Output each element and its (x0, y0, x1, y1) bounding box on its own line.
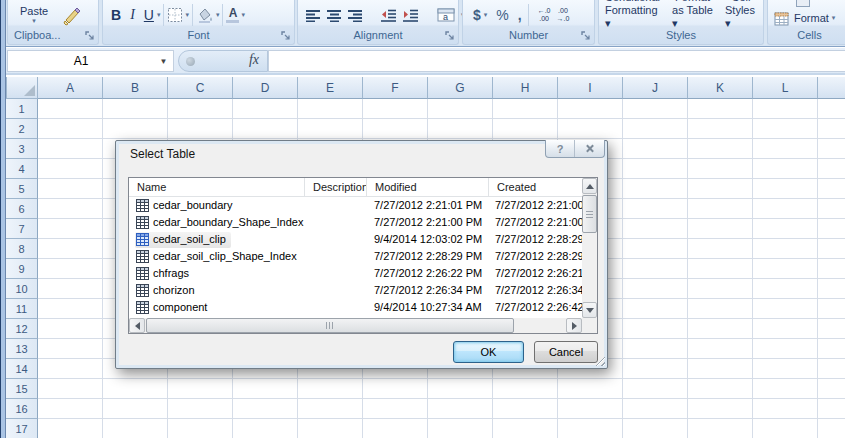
column-header-G[interactable]: G (428, 77, 493, 99)
table-list-item[interactable]: component9/4/2014 10:27:34 AM7/27/2012 2… (129, 299, 582, 316)
underline-dropdown-arrow[interactable]: ▾ (157, 11, 161, 19)
column-header-E[interactable]: E (298, 77, 363, 99)
list-column-header-name[interactable]: Name (129, 178, 305, 197)
font-dialog-launcher-icon[interactable] (281, 31, 291, 41)
scroll-left-button[interactable] (129, 318, 145, 333)
increase-indent-button[interactable] (403, 9, 419, 22)
column-header-A[interactable]: A (38, 77, 103, 99)
borders-dropdown-arrow[interactable]: ▾ (185, 11, 189, 19)
merge-center-button[interactable]: a (437, 8, 455, 22)
table-list-item[interactable]: cedar_soil_clip9/4/2014 12:03:02 PM7/27/… (129, 231, 582, 248)
column-header-L[interactable]: L (753, 77, 818, 99)
format-painter-button[interactable] (62, 4, 84, 26)
row-header-12[interactable]: 12 (6, 319, 38, 339)
row-header-1[interactable]: 1 (6, 99, 38, 119)
paste-button[interactable]: Paste ▾ (8, 5, 60, 25)
bold-button[interactable]: B (111, 7, 121, 23)
formula-input[interactable] (268, 50, 845, 72)
column-header-F[interactable]: F (363, 77, 428, 99)
font-color-dropdown-arrow[interactable]: ▾ (241, 11, 245, 19)
insert-function-icon[interactable]: fx (249, 52, 259, 68)
column-header-K[interactable]: K (688, 77, 753, 99)
ok-button[interactable]: OK (453, 341, 524, 363)
currency-dropdown-arrow[interactable]: ▾ (484, 11, 488, 19)
column-header-M[interactable]: M (818, 77, 845, 99)
table-name[interactable]: chfrags (135, 266, 194, 282)
table-list-item[interactable]: cedar_boundary7/27/2012 2:21:01 PM7/27/2… (129, 197, 582, 214)
table-name[interactable]: cedar_soil_clip_Shape_Index (135, 249, 302, 265)
row-header-11[interactable]: 11 (6, 299, 38, 319)
row-header-13[interactable]: 13 (6, 339, 38, 359)
table-list-item[interactable]: cedar_boundary_Shape_Index7/27/2012 2:21… (129, 214, 582, 231)
column-header-I[interactable]: I (558, 77, 623, 99)
row-header-2[interactable]: 2 (6, 119, 38, 139)
italic-button[interactable]: I (130, 7, 135, 23)
align-right-button[interactable] (348, 9, 363, 22)
align-left-button[interactable] (306, 9, 321, 22)
table-name[interactable]: cedar_boundary (135, 198, 238, 214)
row-header-15[interactable]: 15 (6, 379, 38, 399)
underline-button[interactable]: U (144, 7, 154, 23)
name-box[interactable]: A1 (7, 50, 154, 72)
row-header-5[interactable]: 5 (6, 179, 38, 199)
column-header-B[interactable]: B (103, 77, 168, 99)
row-header-16[interactable]: 16 (6, 399, 38, 419)
select-all-corner[interactable] (6, 77, 38, 99)
format-as-table-button[interactable]: Format as Table ▾ (666, 0, 719, 30)
scroll-down-button[interactable] (582, 302, 597, 318)
table-created-date: 7/27/2012 2:28:29 (489, 248, 582, 265)
scroll-up-button[interactable] (582, 178, 597, 194)
clipboard-dialog-launcher-icon[interactable] (85, 31, 95, 41)
table-list-item[interactable]: chfrags7/27/2012 2:26:22 PM7/27/2012 2:2… (129, 265, 582, 282)
table-list-item[interactable]: cedar_soil_clip_Shape_Index7/27/2012 2:2… (129, 248, 582, 265)
conditional-formatting-button[interactable]: Conditional Formatting ▾ (599, 0, 666, 30)
vertical-scrollbar-thumb[interactable] (582, 195, 597, 233)
column-header-D[interactable]: D (233, 77, 298, 99)
cancel-button[interactable]: Cancel (534, 341, 598, 363)
font-color-button[interactable]: A (226, 8, 239, 23)
number-dialog-launcher-icon[interactable] (581, 31, 591, 41)
scroll-right-button[interactable] (566, 318, 582, 333)
decrease-indent-button[interactable] (381, 9, 397, 22)
delete-cells-button-partial[interactable] (796, 0, 810, 7)
row-header-3[interactable]: 3 (6, 139, 38, 159)
vertical-scrollbar[interactable] (582, 178, 597, 318)
list-column-header-modified[interactable]: Modified (367, 178, 489, 197)
horizontal-scrollbar-thumb[interactable] (146, 318, 514, 333)
table-name[interactable]: chorizon (135, 283, 200, 299)
cell-styles-button[interactable]: Cell Styles ▾ (719, 0, 763, 30)
fill-color-dropdown-arrow[interactable]: ▾ (216, 11, 220, 19)
table-list-item[interactable]: chorizon7/27/2012 2:26:34 PM7/27/2012 2:… (129, 282, 582, 299)
name-box-dropdown-arrow[interactable]: ▼ (154, 50, 174, 72)
table-name[interactable]: cedar_boundary_Shape_Index (135, 215, 305, 231)
alignment-dialog-launcher-icon[interactable] (445, 31, 455, 41)
borders-button[interactable] (167, 7, 183, 23)
selected-table-name[interactable]: cedar_soil_clip (135, 232, 231, 248)
list-column-header-description[interactable]: Description (305, 178, 367, 197)
row-header-4[interactable]: 4 (6, 159, 38, 179)
column-header-C[interactable]: C (168, 77, 233, 99)
column-header-H[interactable]: H (493, 77, 558, 99)
comma-format-button[interactable]: , (518, 7, 522, 23)
horizontal-scrollbar[interactable] (129, 318, 582, 333)
row-header-17[interactable]: 17 (6, 419, 38, 438)
align-center-button[interactable] (327, 9, 342, 22)
fill-color-button[interactable] (196, 7, 214, 23)
dialog-close-button[interactable] (574, 140, 604, 157)
decrease-decimal-button[interactable]: .00 →.0 (554, 5, 573, 25)
dialog-help-button[interactable]: ? (546, 140, 574, 157)
format-cells-button[interactable]: Format ▾ (774, 11, 835, 26)
row-header-6[interactable]: 6 (6, 199, 38, 219)
row-header-14[interactable]: 14 (6, 359, 38, 379)
row-header-9[interactable]: 9 (6, 259, 38, 279)
table-name[interactable]: component (135, 300, 212, 316)
paste-dropdown-arrow[interactable]: ▾ (8, 17, 60, 25)
column-header-J[interactable]: J (623, 77, 688, 99)
row-header-7[interactable]: 7 (6, 219, 38, 239)
increase-decimal-button[interactable]: ←.0 .00 (535, 5, 554, 25)
row-header-8[interactable]: 8 (6, 239, 38, 259)
currency-format-button[interactable]: $ (473, 7, 481, 23)
percent-format-button[interactable]: % (496, 7, 508, 23)
select-all-triangle-icon (24, 85, 35, 96)
row-header-10[interactable]: 10 (6, 279, 38, 299)
